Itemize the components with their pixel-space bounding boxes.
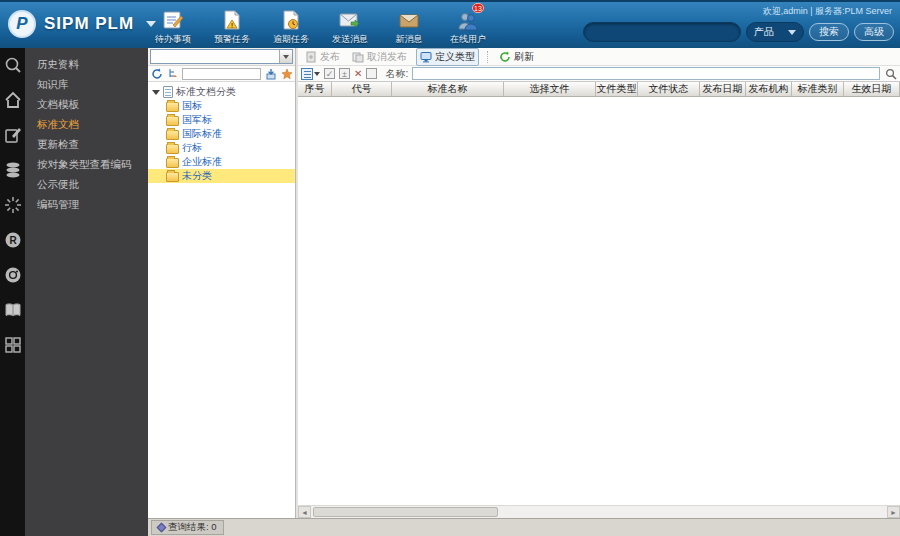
category-tree-panel: 标准文档分类 国标 国军标 国际标准 行标 企业标准: [148, 48, 296, 518]
document-action-toolbar: 发布 取消发布 定义类型 刷新: [298, 48, 900, 66]
empty-checkbox[interactable]: [366, 68, 377, 79]
tree-filter-input[interactable]: [182, 68, 261, 80]
menu-item-doc-templates[interactable]: 文档模板: [25, 94, 148, 114]
send-message-button[interactable]: 发送消息: [327, 7, 373, 46]
online-users-badge: 13: [472, 3, 484, 13]
toolbar-separator: [487, 51, 488, 63]
menu-item-codes-by-type[interactable]: 按对象类型查看编码: [25, 154, 148, 174]
tree-node-enterprise[interactable]: 企业标准: [148, 155, 295, 169]
invert-selection-button[interactable]: ±: [339, 68, 350, 79]
registered-icon[interactable]: R: [4, 231, 22, 249]
locate-node-icon[interactable]: [264, 67, 277, 80]
online-users-icon: 13: [454, 7, 482, 31]
tree-expander-icon[interactable]: [152, 90, 160, 95]
name-filter-label: 名称:: [385, 67, 408, 81]
send-message-icon: [336, 7, 364, 31]
book-icon[interactable]: [4, 301, 22, 319]
todo-button[interactable]: 待办事项: [150, 7, 196, 46]
col-effect-date[interactable]: 生效日期: [844, 82, 900, 96]
app-logo[interactable]: P SIPM PLM: [8, 10, 156, 38]
scrollbar-thumb[interactable]: [313, 507, 498, 517]
define-type-icon: [420, 51, 432, 63]
menu-item-code-management[interactable]: 编码管理: [25, 194, 148, 214]
filter-star-icon[interactable]: [280, 67, 293, 80]
tree-root[interactable]: 标准文档分类: [148, 85, 295, 99]
unpublish-button[interactable]: 取消发布: [349, 49, 410, 65]
edit-icon[interactable]: [4, 126, 22, 144]
col-name[interactable]: 标准名称: [392, 82, 504, 96]
tree-expand-icon[interactable]: [166, 67, 179, 80]
view-menu-button[interactable]: [301, 68, 320, 80]
menu-item-public-memo[interactable]: 公示便批: [25, 174, 148, 194]
select-all-checkbox[interactable]: ✓: [324, 68, 335, 79]
col-file-select[interactable]: 选择文件: [504, 82, 596, 96]
online-users-button[interactable]: 13 在线用户: [445, 7, 491, 46]
app-title: SIPM PLM: [44, 14, 134, 34]
folder-icon: [166, 116, 179, 126]
col-code[interactable]: 代号: [332, 82, 392, 96]
home-icon[interactable]: [4, 91, 22, 109]
overdue-task-button[interactable]: 逾期任务: [268, 7, 314, 46]
tree-refresh-icon[interactable]: [150, 67, 163, 80]
table-header: 序号 代号 标准名称 选择文件 文件类型 文件状态 发布日期 发布机构 标准类别…: [298, 82, 900, 97]
camera-icon[interactable]: [4, 266, 22, 284]
menu-item-standard-docs[interactable]: 标准文档: [25, 114, 148, 134]
tree-node-gb[interactable]: 国标: [148, 99, 295, 113]
col-file-status[interactable]: 文件状态: [638, 82, 700, 96]
name-filter-input[interactable]: [412, 67, 880, 80]
welcome-text: 欢迎,admin | 服务器:PLM Server: [763, 5, 892, 18]
tree-node-international[interactable]: 国际标准: [148, 127, 295, 141]
warning-task-icon: [218, 7, 246, 31]
overdue-task-label: 逾期任务: [273, 33, 309, 46]
search-icon[interactable]: [884, 67, 897, 80]
horizontal-scrollbar[interactable]: ◄ ►: [298, 505, 900, 518]
menu-item-knowledge-base[interactable]: 知识库: [25, 74, 148, 94]
todo-label: 待办事项: [155, 33, 191, 46]
col-std-category[interactable]: 标准类别: [792, 82, 844, 96]
combobox-dropdown-button[interactable]: [279, 50, 292, 63]
advanced-search-button[interactable]: 高级: [854, 23, 894, 41]
global-search-input[interactable]: [583, 22, 741, 42]
tree-combo-row: [148, 48, 295, 66]
tree-node-industry[interactable]: 行标: [148, 141, 295, 155]
view-grid-icon: [301, 68, 313, 80]
folder-icon: [166, 144, 179, 154]
folder-icon: [166, 130, 179, 140]
clear-selection-icon[interactable]: ✕: [354, 69, 362, 79]
refresh-icon: [499, 51, 511, 63]
apps-grid-icon[interactable]: [4, 336, 22, 354]
send-message-label: 发送消息: [332, 33, 368, 46]
col-file-type[interactable]: 文件类型: [596, 82, 638, 96]
publish-button[interactable]: 发布: [302, 49, 343, 65]
col-publish-org[interactable]: 发布机构: [746, 82, 792, 96]
todo-icon: [159, 7, 187, 31]
search-button[interactable]: 搜索: [809, 23, 849, 41]
tree-node-gjb[interactable]: 国军标: [148, 113, 295, 127]
scroll-left-button[interactable]: ◄: [298, 506, 311, 518]
search-360-icon[interactable]: [4, 56, 22, 74]
menu-item-history-data[interactable]: 历史资料: [25, 54, 148, 74]
menu-item-update-check[interactable]: 更新检查: [25, 134, 148, 154]
new-message-button[interactable]: 新消息: [386, 7, 432, 46]
module-menu: 历史资料 知识库 文档模板 标准文档 更新检查 按对象类型查看编码 公示便批 编…: [25, 48, 148, 536]
tree-history-combobox[interactable]: [150, 49, 293, 64]
col-publish-date[interactable]: 发布日期: [700, 82, 746, 96]
search-scope-select[interactable]: 产品: [746, 22, 804, 42]
left-icon-strip: R: [0, 48, 25, 536]
database-icon[interactable]: [4, 161, 22, 179]
tree-node-uncategorized[interactable]: 未分类: [148, 169, 295, 183]
online-users-label: 在线用户: [450, 33, 486, 46]
scroll-right-button[interactable]: ►: [887, 506, 900, 518]
svg-text:R: R: [9, 235, 17, 246]
query-result-tab[interactable]: 查询结果: 0: [151, 520, 224, 535]
define-type-button[interactable]: 定义类型: [416, 48, 479, 66]
warning-task-button[interactable]: 预警任务: [209, 7, 255, 46]
folder-icon: [166, 158, 179, 168]
refresh-button[interactable]: 刷新: [496, 49, 537, 65]
tree-toolbar: [148, 66, 295, 82]
new-message-icon: [395, 7, 423, 31]
spinner-icon[interactable]: [4, 196, 22, 214]
tree-root-label: 标准文档分类: [176, 85, 236, 99]
new-message-label: 新消息: [396, 33, 423, 46]
col-index[interactable]: 序号: [298, 82, 332, 96]
